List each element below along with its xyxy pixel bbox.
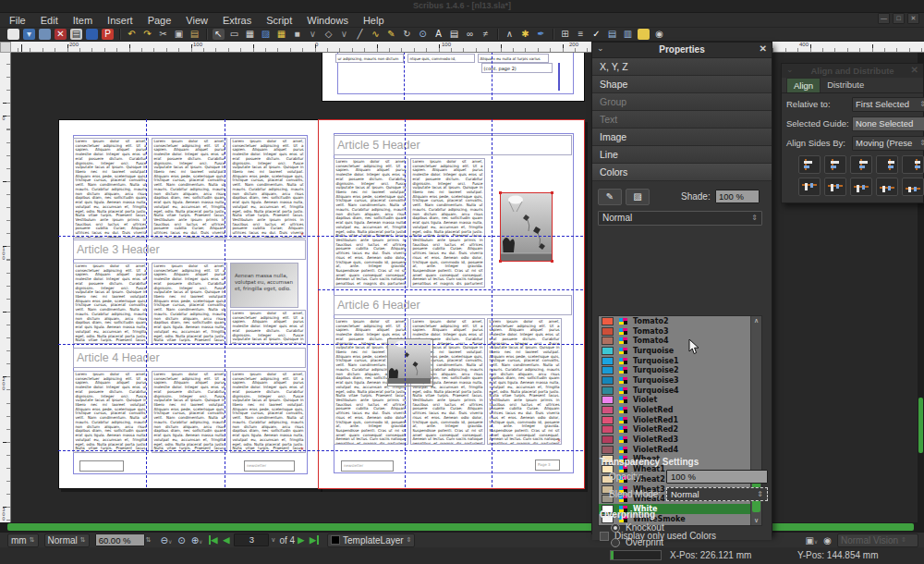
ruler-origin-box[interactable]	[0, 42, 11, 53]
insert-line-button[interactable]: ╱	[354, 29, 366, 40]
color-row-Turquoise1[interactable]: Turquoise1	[599, 356, 761, 366]
article-3-header-frame[interactable]: Article 3 Header	[73, 239, 306, 260]
section-xyz[interactable]: X, Y, Z	[592, 58, 772, 76]
current-page-field[interactable]: 3	[234, 533, 269, 546]
text-frame[interactable]: Lorem ipsum dolor sit amet, consectetuer…	[152, 263, 227, 344]
page-number-frame[interactable]: Page 3	[535, 460, 560, 471]
guide-horizontal[interactable]	[58, 450, 583, 451]
menu-item[interactable]: Item	[73, 15, 92, 26]
pdf-check-box-button[interactable]: ✓	[590, 29, 602, 40]
text-frame[interactable]: Lorem ipsum dolor sit amet, consectetuer…	[334, 158, 408, 288]
insert-shape-button[interactable]: ■	[291, 29, 303, 40]
minimize-button[interactable]: —	[878, 13, 890, 24]
align-left-out-button[interactable]	[798, 155, 821, 174]
pdf-link-annotation-button[interactable]: ◉	[653, 29, 665, 40]
guide-horizontal[interactable]	[58, 344, 583, 345]
color-row-VioletRed4[interactable]: VioletRed4	[599, 445, 761, 455]
text-frame[interactable]: Lorem ipsum dolor sit amet, consectetuer…	[230, 138, 306, 239]
text-frame[interactable]: Lorem ipsum dolor sit amet, consectetuer…	[73, 138, 149, 239]
menu-insert[interactable]: Insert	[107, 15, 133, 26]
text-frame[interactable]: Lorem ipsum dolor sit amet, consectetuer…	[230, 371, 306, 453]
fill-pattern-selector[interactable]: Normal⇕	[598, 211, 762, 226]
last-page-button[interactable]: ▶	[310, 535, 319, 545]
pdf-text-field-button[interactable]: ≡	[575, 29, 587, 40]
close-button[interactable]: ✕	[907, 13, 919, 24]
tab-align[interactable]: Align	[786, 78, 821, 92]
undo-button[interactable]: ↶	[126, 29, 138, 40]
selection-handle[interactable]	[551, 191, 553, 194]
paste-button[interactable]: ▤	[188, 29, 201, 40]
insert-shape-dropdown-button[interactable]: ∨	[307, 29, 319, 40]
color-row-VioletRed1[interactable]: VioletRed1	[599, 415, 761, 425]
align-sides-selector[interactable]: Moving (Prese⇕	[852, 136, 924, 151]
color-row-Tomato3[interactable]: Tomato3	[599, 326, 761, 337]
footer-frame[interactable]: newsletter	[244, 460, 295, 472]
scroll-down-icon[interactable]: ∨	[751, 517, 761, 524]
pdf-combo-box-button[interactable]: ▤	[606, 29, 618, 40]
layer-selector[interactable]: TemplateLayer⇕	[327, 533, 415, 547]
menu-windows[interactable]: Windows	[307, 15, 348, 26]
print-document-button[interactable]: ▤	[70, 29, 82, 40]
align-center-vertical-button[interactable]	[850, 178, 872, 196]
guide-vertical[interactable]	[492, 53, 492, 100]
relative-to-selector[interactable]: First Selected⇕	[852, 97, 924, 112]
page-dropdown-icon[interactable]: ∨	[271, 536, 275, 544]
cut-button[interactable]: ✂	[157, 29, 169, 40]
text-frame[interactable]: Lorem ipsum dolor sit amet, consectetuer…	[152, 371, 227, 453]
menu-file[interactable]: File	[9, 15, 26, 26]
opacity-field[interactable]: 100 %	[666, 470, 768, 484]
next-page-button[interactable]: ▶	[298, 535, 304, 545]
edit-contents-button[interactable]: A	[432, 29, 444, 40]
display-only-used-checkbox[interactable]	[600, 532, 609, 541]
horizontal-scrollbar-thumb[interactable]	[7, 523, 914, 531]
section-shape[interactable]: Shape	[592, 76, 772, 93]
story-editor-button[interactable]: ▤	[448, 29, 460, 40]
guide-vertical[interactable]	[225, 119, 225, 487]
page-3-current[interactable]: Article 5 Header Lorem ipsum dolor sit a…	[318, 119, 585, 489]
color-row-VioletRed3[interactable]: VioletRed3	[599, 435, 761, 445]
guide-horizontal[interactable]	[58, 236, 583, 237]
new-document-button[interactable]	[7, 29, 19, 40]
tab-distribute[interactable]: Distribute	[821, 78, 870, 92]
text-frame[interactable]: ur adipiscing, mauris non dictum	[335, 54, 404, 63]
color-row-Turquoise2[interactable]: Turquoise2	[599, 365, 761, 375]
align-bottom-button[interactable]	[876, 178, 898, 196]
align-center-horizontal-button[interactable]	[850, 155, 872, 174]
export-pdf-button[interactable]: P	[102, 29, 114, 40]
guide-vertical[interactable]	[405, 119, 406, 487]
unlink-text-frames-button[interactable]: ≠	[480, 29, 492, 40]
color-row-Violet[interactable]: Violet	[599, 396, 761, 406]
zoom-spinner[interactable]: ⇅	[145, 534, 152, 546]
insert-polygon-dropdown-button[interactable]: ∨	[338, 29, 350, 40]
vertical-scrollbar-thumb[interactable]	[918, 398, 923, 453]
pdf-text-annotation-button[interactable]	[638, 29, 650, 40]
article-4-header-frame[interactable]: Article 4 Header	[73, 348, 306, 368]
guide-horizontal[interactable]	[318, 289, 583, 290]
insert-bezier-curve-button[interactable]: ∿	[370, 29, 382, 40]
color-row-Turquoise3[interactable]: Turquoise3	[599, 375, 761, 386]
copy-button[interactable]: ▣	[173, 29, 185, 40]
menu-view[interactable]: View	[186, 15, 208, 26]
insert-freehand-line-button[interactable]: ✎	[385, 29, 397, 40]
color-row-Tomato4[interactable]: Tomato4	[599, 336, 761, 346]
quality-selector[interactable]: Normal⇅	[44, 533, 90, 547]
guide-vertical[interactable]	[146, 119, 147, 487]
text-frame[interactable]: ntque quis, commodo id,	[407, 54, 475, 63]
preview-mode-icon[interactable]: ◉	[823, 535, 832, 546]
open-document-button[interactable]: ▾	[23, 29, 35, 40]
selection-handle[interactable]	[551, 260, 553, 263]
insert-table-button[interactable]: ▦	[275, 29, 287, 40]
save-document-button[interactable]	[39, 29, 51, 40]
align-left-button[interactable]	[824, 155, 846, 174]
measurements-button[interactable]: ∧	[504, 29, 516, 40]
text-frame[interactable]: Aliquam eu nulla at turpis varius	[478, 54, 549, 63]
kite-photo-small[interactable]	[387, 338, 433, 386]
link-text-frames-button[interactable]: ∞	[464, 29, 476, 40]
align-bottom-out-button[interactable]	[902, 178, 924, 196]
insert-text-frame-button[interactable]: ▭	[228, 29, 240, 40]
select-item-button[interactable]: ↖	[213, 29, 225, 40]
color-row-Turquoise[interactable]: Turquoise	[599, 346, 761, 356]
close-icon[interactable]: ✕	[760, 43, 767, 54]
color-row-VioletRed2[interactable]: VioletRed2	[599, 425, 761, 435]
zoom-100-button[interactable]: ⊙	[177, 535, 185, 546]
